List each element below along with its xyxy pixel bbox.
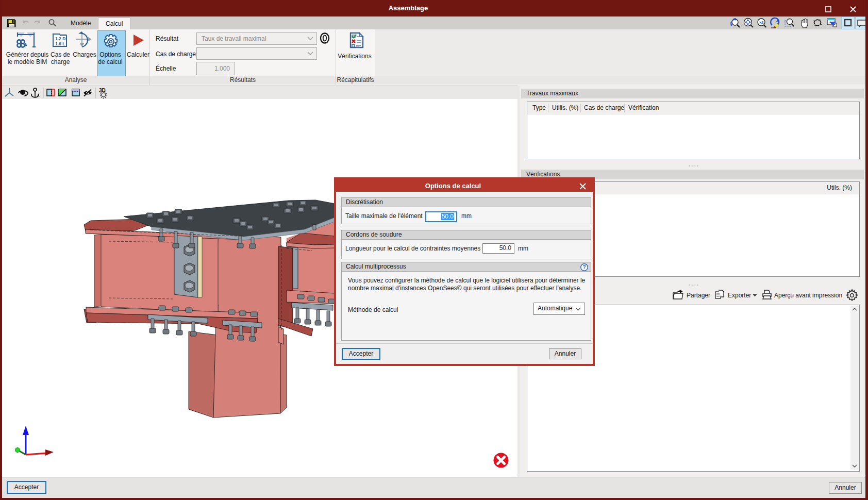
svg-text:3D: 3D <box>99 88 106 93</box>
svg-text:?: ? <box>582 264 586 270</box>
svg-text:1.2 D: 1.2 D <box>55 36 65 41</box>
svg-text:×2: ×2 <box>759 20 764 25</box>
svg-text:1.6 L: 1.6 L <box>55 41 65 46</box>
